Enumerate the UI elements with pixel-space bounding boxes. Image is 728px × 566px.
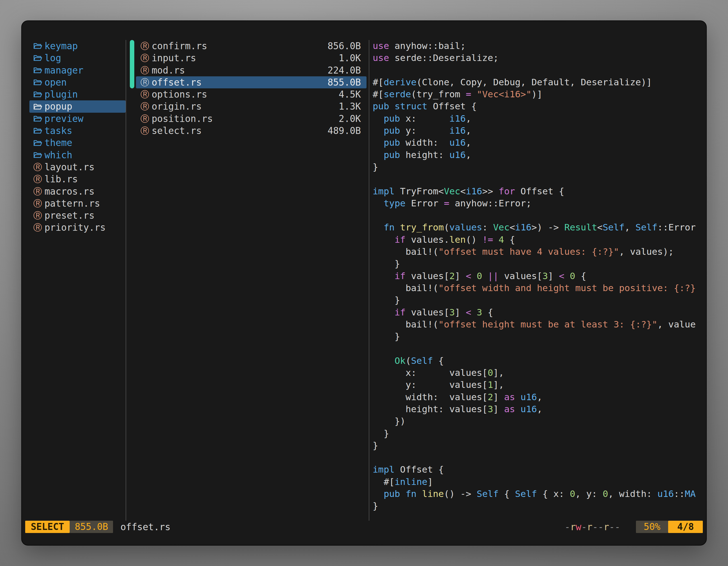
code-line: pub x: i16, bbox=[373, 113, 706, 125]
rust-file-icon: Ⓡ bbox=[140, 76, 152, 88]
rust-file-icon: Ⓡ bbox=[33, 161, 44, 173]
file-row-offset-rs[interactable]: Ⓡoffset.rs855.0B bbox=[136, 76, 367, 88]
code-line: use anyhow::bail; bbox=[373, 40, 706, 52]
code-line: pub fn line() -> Self { Self { x: 0, y: … bbox=[373, 488, 706, 500]
open-folder-icon bbox=[33, 139, 44, 147]
file-row-mod-rs[interactable]: Ⓡmod.rs224.0B bbox=[136, 64, 367, 76]
open-folder-icon bbox=[33, 54, 44, 62]
code-line: pub y: i16, bbox=[373, 125, 706, 137]
sidebar-item-layout-rs[interactable]: Ⓡlayout.rs bbox=[29, 161, 126, 173]
file-name: options.rs bbox=[152, 88, 339, 100]
file-size: 856.0B bbox=[328, 40, 361, 52]
file-row-position-rs[interactable]: Ⓡposition.rs2.0K bbox=[136, 113, 367, 125]
rust-file-icon: Ⓡ bbox=[140, 100, 152, 112]
sidebar-item-preset-rs[interactable]: Ⓡpreset.rs bbox=[29, 210, 126, 222]
sidebar-item-log[interactable]: log bbox=[29, 52, 126, 64]
file-group-marker-bar bbox=[130, 40, 134, 88]
sidebar-item-priority-rs[interactable]: Ⓡpriority.rs bbox=[29, 222, 126, 234]
rust-file-icon: Ⓡ bbox=[140, 52, 152, 64]
status-filename: offset.rs bbox=[120, 522, 170, 532]
file-row-origin-rs[interactable]: Ⓡorigin.rs1.3K bbox=[136, 100, 367, 112]
sidebar-item-label: open bbox=[44, 76, 67, 88]
sidebar-item-label: preview bbox=[44, 113, 83, 125]
code-line: impl TryFrom<Vec<i16>> for Offset { bbox=[373, 186, 706, 198]
file-size: 855.0B bbox=[328, 76, 361, 88]
sidebar-item-popup[interactable]: popup bbox=[29, 100, 126, 112]
code-line: if values.len() != 4 { bbox=[373, 234, 706, 246]
code-line: pub width: u16, bbox=[373, 137, 706, 149]
sidebar-item-label: preset.rs bbox=[44, 210, 95, 222]
sidebar-item-plugin[interactable]: plugin bbox=[29, 88, 126, 100]
code-line: bail!("offset must have 4 values: {:?}",… bbox=[373, 246, 706, 258]
open-folder-icon bbox=[33, 115, 44, 123]
sidebar-item-preview[interactable]: preview bbox=[29, 113, 126, 125]
file-size: 2.0K bbox=[339, 113, 361, 125]
file-row-input-rs[interactable]: Ⓡinput.rs1.0K bbox=[136, 52, 367, 64]
open-folder-icon bbox=[33, 42, 44, 50]
sidebar-item-label: layout.rs bbox=[44, 161, 95, 173]
sidebar-item-macros-rs[interactable]: Ⓡmacros.rs bbox=[29, 186, 126, 198]
sidebar-item-label: plugin bbox=[44, 88, 78, 100]
sidebar-item-pattern-rs[interactable]: Ⓡpattern.rs bbox=[29, 198, 126, 210]
code-line bbox=[373, 173, 706, 185]
open-folder-icon bbox=[33, 67, 44, 74]
permissions-text: -rw-r--r-- bbox=[565, 522, 620, 532]
code-line: } bbox=[373, 440, 706, 452]
rust-file-icon: Ⓡ bbox=[33, 186, 44, 198]
code-line: if values[2] < 0 || values[3] < 0 { bbox=[373, 270, 706, 282]
file-name: position.rs bbox=[152, 113, 339, 125]
file-name: confirm.rs bbox=[152, 40, 328, 52]
file-size: 1.3K bbox=[339, 100, 361, 112]
code-line: use serde::Deserialize; bbox=[373, 52, 706, 64]
file-row-options-rs[interactable]: Ⓡoptions.rs4.5K bbox=[136, 88, 367, 100]
file-name: mod.rs bbox=[152, 64, 328, 76]
code-line: pub height: u16, bbox=[373, 149, 706, 161]
sidebar-item-lib-rs[interactable]: Ⓡlib.rs bbox=[29, 173, 126, 185]
rust-file-icon: Ⓡ bbox=[33, 198, 44, 210]
pane-divider-right bbox=[369, 40, 369, 521]
code-line: x: values[0], bbox=[373, 367, 706, 379]
rust-file-icon: Ⓡ bbox=[140, 40, 152, 52]
file-name: select.rs bbox=[152, 125, 328, 137]
file-list: Ⓡconfirm.rs856.0BⓇinput.rs1.0KⓇmod.rs224… bbox=[136, 40, 367, 137]
file-size: 224.0B bbox=[328, 64, 361, 76]
code-line: } bbox=[373, 500, 706, 512]
sidebar-item-label: lib.rs bbox=[44, 173, 78, 185]
rust-file-icon: Ⓡ bbox=[33, 210, 44, 222]
pane-divider-left bbox=[126, 40, 126, 521]
open-folder-icon bbox=[33, 91, 44, 98]
terminal-window: keymaplogmanageropenpluginpopuppreviewta… bbox=[22, 21, 706, 545]
sidebar-item-label: macros.rs bbox=[44, 186, 95, 198]
rust-file-icon: Ⓡ bbox=[33, 173, 44, 185]
rust-file-icon: Ⓡ bbox=[140, 125, 152, 137]
sidebar-item-theme[interactable]: theme bbox=[29, 137, 126, 149]
sidebar-item-which[interactable]: which bbox=[29, 149, 126, 161]
code-line: #[derive(Clone, Copy, Debug, Default, De… bbox=[373, 76, 706, 88]
sidebar-item-keymap[interactable]: keymap bbox=[29, 40, 126, 52]
code-line: } bbox=[373, 330, 706, 342]
status-bar: SELECT 855.0B offset.rs -rw-r--r-- 50% 4… bbox=[25, 521, 703, 533]
cursor-position-badge: 4/8 bbox=[668, 521, 703, 533]
code-line: #[serde(try_from = "Vec<i16>")] bbox=[373, 88, 706, 100]
sidebar-item-open[interactable]: open bbox=[29, 76, 126, 88]
sidebar-item-tasks[interactable]: tasks bbox=[29, 125, 126, 137]
code-line: } bbox=[373, 294, 706, 306]
code-line: if values[3] < 3 { bbox=[373, 306, 706, 318]
sidebar-item-label: log bbox=[44, 52, 61, 64]
code-line: y: values[1], bbox=[373, 379, 706, 391]
file-name: input.rs bbox=[152, 52, 339, 64]
open-folder-icon bbox=[33, 151, 44, 159]
code-line bbox=[373, 64, 706, 76]
code-line: type Error = anyhow::Error; bbox=[373, 198, 706, 210]
code-line: } bbox=[373, 427, 706, 440]
code-line: #[inline] bbox=[373, 476, 706, 488]
code-line: height: values[3] as u16, bbox=[373, 403, 706, 415]
file-row-select-rs[interactable]: Ⓡselect.rs489.0B bbox=[136, 125, 367, 137]
sidebar-item-manager[interactable]: manager bbox=[29, 64, 126, 76]
code-line: } bbox=[373, 258, 706, 270]
rust-file-icon: Ⓡ bbox=[33, 222, 44, 234]
status-right-cluster: -rw-r--r-- 50% 4/8 bbox=[565, 521, 703, 533]
code-line bbox=[373, 342, 706, 354]
file-row-confirm-rs[interactable]: Ⓡconfirm.rs856.0B bbox=[136, 40, 367, 52]
code-line: } bbox=[373, 161, 706, 173]
